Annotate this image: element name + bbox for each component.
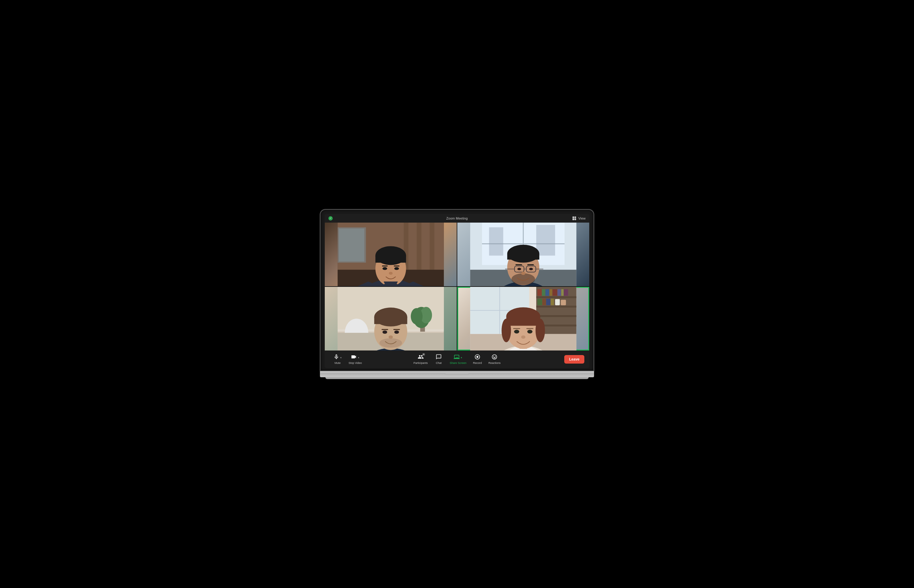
record-label: Record bbox=[473, 362, 482, 365]
grid-view-icon bbox=[573, 216, 576, 220]
svg-point-36 bbox=[511, 273, 535, 285]
svg-rect-75 bbox=[536, 296, 576, 298]
mute-label: Mute bbox=[335, 362, 341, 365]
svg-point-22 bbox=[389, 271, 392, 275]
svg-rect-35 bbox=[507, 254, 539, 259]
svg-rect-5 bbox=[424, 223, 427, 270]
svg-point-43 bbox=[529, 268, 533, 270]
svg-rect-82 bbox=[549, 289, 552, 296]
video-chevron[interactable]: ▲ bbox=[358, 356, 359, 359]
svg-point-104 bbox=[514, 330, 519, 333]
svg-rect-89 bbox=[546, 299, 550, 305]
svg-rect-63 bbox=[374, 317, 407, 324]
view-control[interactable]: View bbox=[573, 216, 586, 220]
leave-button[interactable]: Leave bbox=[564, 355, 584, 363]
meeting-title: Zoom Meeting bbox=[446, 216, 468, 220]
svg-point-105 bbox=[527, 330, 532, 333]
svg-rect-76 bbox=[536, 305, 576, 307]
svg-rect-101 bbox=[506, 316, 540, 326]
svg-rect-17 bbox=[375, 255, 406, 262]
share-chevron[interactable]: ▲ bbox=[460, 356, 463, 359]
toolbar-right: Leave bbox=[564, 355, 584, 363]
record-button[interactable]: Record bbox=[469, 353, 485, 366]
mute-chevron[interactable]: ▲ bbox=[340, 356, 342, 359]
svg-rect-44 bbox=[516, 264, 522, 265]
chat-button[interactable]: Chat bbox=[431, 353, 446, 366]
svg-rect-106 bbox=[513, 328, 520, 329]
svg-rect-68 bbox=[393, 329, 400, 330]
microphone-icon bbox=[333, 354, 340, 361]
svg-rect-80 bbox=[542, 289, 545, 296]
toolbar-center: 4 Participants Chat bbox=[410, 353, 504, 366]
svg-rect-107 bbox=[526, 328, 534, 329]
participants-count: 4 bbox=[422, 353, 425, 355]
svg-rect-20 bbox=[382, 265, 388, 266]
share-screen-button[interactable]: ▲ Share Screen bbox=[446, 353, 469, 366]
shield-icon: ✓ bbox=[328, 216, 333, 220]
participants-label: Participants bbox=[413, 362, 428, 365]
laptop-wrapper: ✓ Zoom Meeting View bbox=[320, 209, 594, 379]
participants-icon: 4 bbox=[417, 354, 424, 361]
svg-point-65 bbox=[382, 330, 387, 334]
svg-point-64 bbox=[379, 338, 402, 347]
reactions-label: Reactions bbox=[489, 362, 501, 365]
record-icon bbox=[474, 354, 480, 361]
svg-rect-29 bbox=[536, 225, 555, 255]
svg-point-102 bbox=[501, 318, 511, 342]
video-icon bbox=[351, 354, 357, 361]
svg-rect-6 bbox=[430, 223, 434, 270]
reactions-button[interactable]: Reactions bbox=[485, 353, 504, 366]
svg-rect-92 bbox=[561, 300, 566, 305]
chat-label: Chat bbox=[436, 362, 442, 365]
share-screen-icon bbox=[454, 354, 460, 361]
svg-point-66 bbox=[394, 330, 399, 334]
svg-rect-28 bbox=[489, 227, 503, 255]
video-cell-p4 bbox=[457, 287, 589, 351]
svg-rect-7 bbox=[437, 223, 440, 270]
svg-point-42 bbox=[517, 268, 521, 270]
svg-point-108 bbox=[521, 335, 526, 339]
mute-button[interactable]: ▲ Mute bbox=[330, 353, 346, 366]
laptop-notch bbox=[445, 373, 469, 375]
svg-rect-79 bbox=[537, 289, 542, 296]
svg-point-103 bbox=[535, 318, 545, 342]
svg-rect-90 bbox=[550, 299, 554, 305]
svg-rect-85 bbox=[561, 289, 564, 296]
svg-rect-67 bbox=[382, 329, 388, 330]
toolbar-left: ▲ Mute ▲ bbox=[330, 353, 365, 366]
svg-rect-45 bbox=[527, 264, 534, 265]
video-cell-p1 bbox=[325, 223, 457, 286]
svg-point-34 bbox=[507, 244, 539, 262]
title-bar-left: ✓ bbox=[328, 216, 333, 220]
svg-rect-81 bbox=[545, 289, 549, 296]
reactions-icon bbox=[492, 354, 498, 361]
share-screen-label: Share Screen bbox=[450, 362, 466, 365]
laptop-screen: ✓ Zoom Meeting View bbox=[325, 214, 589, 368]
svg-rect-87 bbox=[537, 299, 542, 305]
svg-point-18 bbox=[382, 267, 387, 270]
svg-rect-88 bbox=[542, 299, 546, 305]
chat-icon bbox=[436, 354, 442, 361]
svg-point-46 bbox=[521, 271, 526, 275]
svg-rect-9 bbox=[339, 228, 364, 261]
video-cell-p3 bbox=[325, 287, 457, 351]
stop-video-button[interactable]: ▲ Stop Video bbox=[346, 353, 365, 366]
svg-rect-3 bbox=[411, 223, 414, 270]
svg-rect-86 bbox=[564, 289, 568, 296]
svg-rect-84 bbox=[558, 289, 561, 296]
toolbar: ▲ Mute ▲ bbox=[325, 351, 589, 368]
svg-point-53 bbox=[411, 308, 422, 324]
view-label: View bbox=[578, 216, 586, 220]
title-bar: ✓ Zoom Meeting View bbox=[325, 214, 589, 223]
svg-point-19 bbox=[394, 267, 399, 270]
svg-rect-21 bbox=[394, 265, 400, 266]
participants-button[interactable]: 4 Participants bbox=[410, 353, 431, 366]
svg-point-69 bbox=[389, 335, 393, 339]
svg-rect-83 bbox=[552, 289, 557, 296]
video-cell-p2 bbox=[457, 223, 589, 286]
svg-rect-91 bbox=[555, 299, 560, 305]
laptop-feet bbox=[325, 377, 589, 379]
laptop-base bbox=[320, 371, 594, 377]
svg-rect-4 bbox=[417, 223, 421, 270]
stop-video-label: Stop Video bbox=[349, 362, 362, 365]
